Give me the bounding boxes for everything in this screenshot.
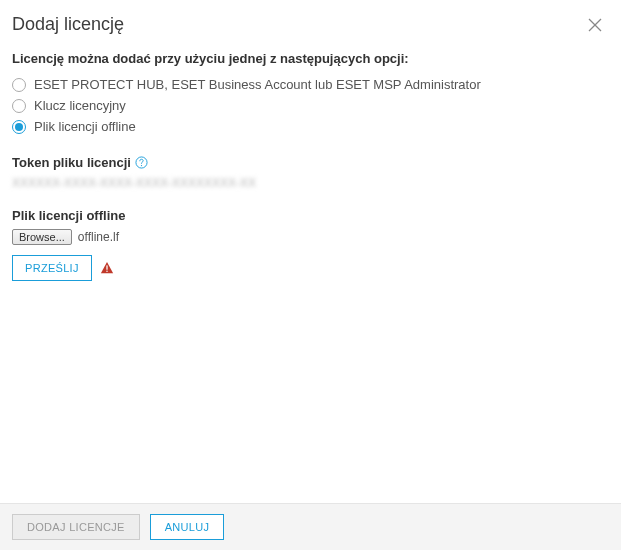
help-icon[interactable] <box>135 156 148 169</box>
token-label-row: Token pliku licencji <box>12 155 609 170</box>
dialog-content: Licencję można dodać przy użyciu jednej … <box>0 51 621 281</box>
token-label: Token pliku licencji <box>12 155 131 170</box>
dialog-title: Dodaj licencję <box>12 14 124 35</box>
radio-icon <box>12 99 26 113</box>
options-heading: Licencję można dodać przy użyciu jednej … <box>12 51 609 66</box>
submit-button[interactable]: DODAJ LICENCJE <box>12 514 140 540</box>
warning-icon <box>100 261 114 275</box>
radio-option-key[interactable]: Klucz licencyjny <box>12 95 609 116</box>
cancel-button[interactable]: ANULUJ <box>150 514 225 540</box>
radio-icon-selected <box>12 120 26 134</box>
radio-label: ESET PROTECT HUB, ESET Business Account … <box>34 77 481 92</box>
close-icon <box>588 18 602 32</box>
dialog-header: Dodaj licencję <box>0 0 621 45</box>
svg-rect-5 <box>106 271 107 272</box>
svg-point-3 <box>141 165 142 166</box>
upload-row: PRZEŚLIJ <box>12 255 609 281</box>
browse-button[interactable]: Browse... <box>12 229 72 245</box>
token-group: Token pliku licencji XXXXXX-XXXX-XXXX-XX… <box>12 155 609 190</box>
token-value: XXXXXX-XXXX-XXXX-XXXX-XXXXXXXX-XX <box>12 176 609 190</box>
file-name: offline.lf <box>78 230 119 244</box>
dialog-footer: DODAJ LICENCJE ANULUJ <box>0 503 621 550</box>
radio-label: Plik licencji offline <box>34 119 136 134</box>
close-button[interactable] <box>585 15 605 35</box>
file-label: Plik licencji offline <box>12 208 609 223</box>
file-row: Browse... offline.lf <box>12 229 609 245</box>
radio-icon <box>12 78 26 92</box>
upload-button[interactable]: PRZEŚLIJ <box>12 255 92 281</box>
radio-option-offline[interactable]: Plik licencji offline <box>12 116 609 137</box>
radio-option-hub[interactable]: ESET PROTECT HUB, ESET Business Account … <box>12 74 609 95</box>
radio-label: Klucz licencyjny <box>34 98 126 113</box>
svg-rect-4 <box>106 265 107 269</box>
file-group: Plik licencji offline Browse... offline.… <box>12 208 609 281</box>
